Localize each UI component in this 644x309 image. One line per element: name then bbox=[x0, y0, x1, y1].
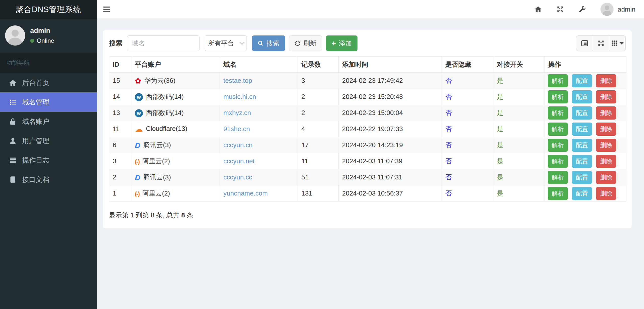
domain-link[interactable]: yuncname.com bbox=[223, 189, 268, 197]
cell-id: 1 bbox=[109, 185, 131, 202]
domain-link[interactable]: cccyun.cn bbox=[223, 141, 253, 149]
hidden-toggle[interactable]: 否 bbox=[445, 189, 452, 197]
cell-switch: 是 bbox=[493, 137, 545, 153]
cell-actions: 解析 配置 删除 bbox=[545, 105, 626, 121]
delete-button[interactable]: 删除 bbox=[596, 139, 616, 152]
hidden-toggle[interactable]: 否 bbox=[445, 173, 452, 181]
aliyun-icon bbox=[135, 190, 139, 197]
west-icon bbox=[135, 93, 143, 101]
platform-select[interactable]: 所有平台 bbox=[205, 35, 247, 51]
domain-link[interactable]: 91she.cn bbox=[223, 125, 250, 133]
search-button[interactable]: 搜索 bbox=[252, 35, 285, 51]
add-button[interactable]: + 添加 bbox=[326, 35, 357, 51]
col-actions: 操作 bbox=[545, 57, 626, 73]
hidden-toggle[interactable]: 否 bbox=[445, 125, 452, 133]
cell-added: 2024-02-03 10:56:37 bbox=[339, 185, 442, 202]
domain-link[interactable]: mxhyz.cn bbox=[223, 109, 251, 117]
delete-button[interactable]: 删除 bbox=[596, 187, 616, 200]
table-row: 15 华为云(36) testae.top 3 2024-02-23 17:49… bbox=[109, 73, 626, 89]
delete-button[interactable]: 删除 bbox=[596, 90, 616, 103]
hidden-toggle[interactable]: 否 bbox=[445, 141, 452, 149]
resolve-button[interactable]: 解析 bbox=[548, 123, 568, 136]
hidden-toggle[interactable]: 否 bbox=[445, 93, 452, 100]
domain-link[interactable]: music.hi.cn bbox=[223, 93, 256, 100]
config-button[interactable]: 配置 bbox=[572, 123, 592, 136]
sidebar-item-api-docs[interactable]: 接口文档 bbox=[0, 170, 97, 189]
book-icon bbox=[9, 176, 17, 183]
fullscreen-view-button[interactable] bbox=[593, 36, 609, 51]
home-icon[interactable] bbox=[534, 5, 542, 13]
fullscreen-icon[interactable] bbox=[556, 5, 564, 13]
resolve-button[interactable]: 解析 bbox=[548, 155, 568, 168]
domain-link[interactable]: cccyun.net bbox=[223, 157, 255, 165]
switch-toggle[interactable]: 是 bbox=[497, 109, 503, 117]
user-menu[interactable]: admin bbox=[600, 3, 635, 16]
chevron-down-icon bbox=[239, 40, 245, 45]
sidebar-item-accounts[interactable]: 域名账户 bbox=[0, 112, 97, 131]
cell-hidden: 否 bbox=[442, 153, 493, 169]
delete-button[interactable]: 删除 bbox=[596, 155, 616, 168]
user-status: Online bbox=[30, 37, 54, 44]
domain-link[interactable]: cccyun.cc bbox=[223, 173, 252, 181]
switch-toggle[interactable]: 是 bbox=[497, 77, 503, 84]
table-row: 11 Cloudflare(13) 91she.cn 4 2024-02-22 … bbox=[109, 121, 626, 137]
config-button[interactable]: 配置 bbox=[572, 106, 592, 120]
cell-switch: 是 bbox=[493, 185, 545, 202]
resolve-button[interactable]: 解析 bbox=[548, 171, 568, 184]
cell-domain: music.hi.cn bbox=[220, 89, 298, 105]
config-button[interactable]: 配置 bbox=[572, 187, 592, 200]
switch-toggle[interactable]: 是 bbox=[497, 189, 503, 197]
detail-view-icon bbox=[581, 40, 588, 47]
resolve-button[interactable]: 解析 bbox=[548, 106, 568, 120]
resolve-button[interactable]: 解析 bbox=[548, 74, 568, 87]
avatar bbox=[600, 3, 614, 16]
config-button[interactable]: 配置 bbox=[572, 155, 592, 168]
refresh-button[interactable]: 刷新 bbox=[289, 35, 322, 51]
sidebar-item-users[interactable]: 用户管理 bbox=[0, 131, 97, 150]
fullscreen-view-icon bbox=[597, 40, 605, 47]
switch-toggle[interactable]: 是 bbox=[497, 125, 503, 133]
config-button[interactable]: 配置 bbox=[572, 74, 592, 87]
wrench-icon[interactable] bbox=[578, 5, 586, 13]
resolve-button[interactable]: 解析 bbox=[548, 139, 568, 152]
hidden-toggle[interactable]: 否 bbox=[445, 157, 452, 165]
sidebar-item-domains[interactable]: 域名管理 bbox=[0, 92, 97, 112]
app-title: 聚合DNS管理系统 bbox=[0, 0, 97, 19]
nav-section-label: 功能导航 bbox=[0, 53, 97, 73]
search-input[interactable] bbox=[127, 35, 199, 51]
switch-toggle[interactable]: 是 bbox=[497, 93, 503, 100]
resolve-button[interactable]: 解析 bbox=[548, 187, 568, 200]
delete-button[interactable]: 删除 bbox=[596, 106, 616, 120]
cell-id: 11 bbox=[109, 121, 131, 137]
cell-platform: Cloudflare(13) bbox=[131, 121, 220, 137]
hidden-toggle[interactable]: 否 bbox=[445, 77, 452, 84]
config-button[interactable]: 配置 bbox=[572, 171, 592, 184]
menu-toggle-icon[interactable] bbox=[103, 7, 110, 12]
cell-platform: 腾讯云(3) bbox=[131, 137, 220, 153]
cell-hidden: 否 bbox=[442, 121, 493, 137]
cell-added: 2024-02-20 14:23:19 bbox=[339, 137, 442, 153]
domain-link[interactable]: testae.top bbox=[223, 77, 252, 84]
sidebar-item-dashboard[interactable]: 后台首页 bbox=[0, 73, 97, 92]
delete-button[interactable]: 删除 bbox=[596, 74, 616, 87]
switch-toggle[interactable]: 是 bbox=[497, 141, 503, 149]
config-button[interactable]: 配置 bbox=[572, 139, 592, 152]
hidden-toggle[interactable]: 否 bbox=[445, 109, 452, 117]
switch-toggle[interactable]: 是 bbox=[497, 157, 503, 165]
cell-records: 2 bbox=[298, 105, 339, 121]
detail-view-button[interactable] bbox=[576, 36, 593, 51]
col-platform: 平台账户 bbox=[131, 57, 220, 73]
cell-platform: 西部数码(14) bbox=[131, 105, 220, 121]
columns-view-button[interactable] bbox=[609, 36, 625, 51]
delete-button[interactable]: 删除 bbox=[596, 171, 616, 184]
config-button[interactable]: 配置 bbox=[572, 90, 592, 103]
cell-actions: 解析 配置 删除 bbox=[545, 185, 626, 202]
delete-button[interactable]: 删除 bbox=[596, 123, 616, 136]
cell-domain: cccyun.cc bbox=[220, 169, 298, 185]
switch-toggle[interactable]: 是 bbox=[497, 173, 503, 181]
home-icon bbox=[9, 79, 17, 87]
plus-icon: + bbox=[332, 40, 336, 47]
sidebar-item-label: 域名账户 bbox=[22, 117, 49, 126]
resolve-button[interactable]: 解析 bbox=[548, 90, 568, 103]
sidebar-item-logs[interactable]: 操作日志 bbox=[0, 150, 97, 170]
